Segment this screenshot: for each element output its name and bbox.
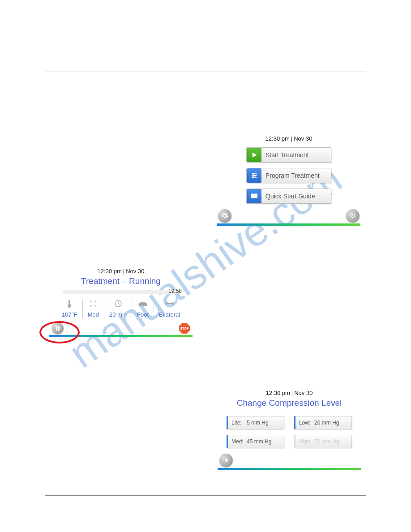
separator: | bbox=[291, 135, 292, 142]
home-menu-panel: 12:30 pm|Nov 30 Start Treatment Program … bbox=[217, 135, 360, 226]
option-name: Low: bbox=[299, 420, 314, 426]
button-label: Start Treatment bbox=[265, 151, 308, 159]
start-treatment-button[interactable]: Start Treatment bbox=[246, 147, 331, 163]
gear-icon bbox=[221, 212, 228, 219]
page-rule-top bbox=[45, 72, 366, 72]
arrow-left-icon bbox=[223, 457, 229, 463]
button-label: Quick Start Guide bbox=[265, 193, 315, 200]
compression-option-med[interactable]: Med:45 mm Hg bbox=[227, 435, 284, 448]
progress-bar: 19:58 bbox=[63, 290, 179, 294]
param-value: 20 min bbox=[109, 311, 127, 318]
option-value: 20 mm Hg bbox=[314, 420, 339, 426]
power-button[interactable] bbox=[346, 209, 360, 223]
elapsed-time: 19:58 bbox=[168, 288, 182, 294]
compression-option-lite[interactable]: Lite:5 mm Hg bbox=[227, 416, 284, 429]
foot-icon bbox=[138, 299, 148, 309]
book-icon bbox=[247, 189, 261, 203]
bilateral-icon bbox=[165, 299, 175, 309]
quick-start-button[interactable]: Quick Start Guide bbox=[246, 189, 331, 204]
play-icon bbox=[247, 148, 261, 162]
timestamp: 12:30 pm|Nov 30 bbox=[218, 390, 361, 396]
treatment-running-panel: 12:30 pm|Nov 30 Treatment – Running 19:5… bbox=[49, 268, 193, 337]
compress-icon bbox=[89, 299, 97, 309]
option-name: High: bbox=[299, 438, 314, 445]
button-label: Program Treatment bbox=[265, 172, 320, 179]
separator: | bbox=[123, 268, 124, 275]
option-name: Lite: bbox=[231, 420, 247, 426]
clock-date: Nov 30 bbox=[294, 135, 312, 142]
program-treatment-button[interactable]: Program Treatment bbox=[246, 168, 331, 183]
clock-time: 12:30 pm bbox=[266, 390, 290, 396]
timestamp: 12:30 pm|Nov 30 bbox=[217, 135, 360, 142]
param-compression[interactable]: Med bbox=[83, 299, 104, 318]
option-name: Med: bbox=[231, 438, 247, 445]
compression-option-low[interactable]: Low:20 mm Hg bbox=[294, 416, 352, 429]
param-value: Foot bbox=[137, 311, 149, 318]
svg-point-3 bbox=[254, 175, 256, 176]
option-value: 70 mm Hg bbox=[314, 438, 339, 445]
param-value: Med bbox=[88, 311, 99, 318]
compression-option-high: High:70 mm Hg bbox=[294, 435, 352, 448]
compression-panel: 12:30 pm|Nov 30 Change Compression Level… bbox=[218, 390, 361, 470]
parameter-row: 107°F Med 20 min Foot Bilateral bbox=[49, 299, 193, 318]
timestamp: 12:30 pm|Nov 30 bbox=[49, 268, 193, 275]
power-icon bbox=[350, 213, 356, 219]
param-wrap[interactable]: Foot bbox=[132, 299, 154, 318]
option-value: 45 mm Hg bbox=[247, 438, 271, 445]
clock-time: 12:30 pm bbox=[265, 135, 290, 142]
screen-title: Treatment – Running bbox=[49, 276, 193, 286]
svg-point-7 bbox=[68, 304, 71, 308]
thermometer-icon bbox=[67, 299, 72, 309]
separator: | bbox=[291, 390, 293, 396]
screen-title: Change Compression Level bbox=[218, 398, 361, 408]
clock-time: 12:30 pm bbox=[98, 268, 122, 275]
option-value: 5 mm Hg bbox=[247, 420, 269, 426]
param-value: 107°F bbox=[62, 311, 77, 318]
clock-date: Nov 30 bbox=[126, 268, 144, 275]
param-value: Bilateral bbox=[159, 311, 180, 318]
clock-date: Nov 30 bbox=[294, 390, 313, 396]
stop-label: STOP bbox=[180, 327, 189, 330]
param-temperature[interactable]: 107°F bbox=[57, 299, 83, 318]
page-rule-bottom bbox=[45, 495, 366, 496]
sliders-icon bbox=[247, 168, 261, 183]
clock-icon bbox=[114, 299, 122, 309]
highlight-circle bbox=[39, 321, 80, 343]
stop-button[interactable]: STOP bbox=[179, 323, 190, 334]
param-duration[interactable]: 20 min bbox=[104, 299, 132, 318]
gradient-bar bbox=[217, 223, 360, 226]
param-mode[interactable]: Bilateral bbox=[154, 299, 185, 318]
svg-point-5 bbox=[252, 176, 253, 178]
settings-button[interactable] bbox=[218, 209, 231, 223]
svg-point-1 bbox=[253, 173, 254, 174]
gradient-bar bbox=[218, 468, 361, 470]
back-button[interactable] bbox=[219, 454, 233, 467]
